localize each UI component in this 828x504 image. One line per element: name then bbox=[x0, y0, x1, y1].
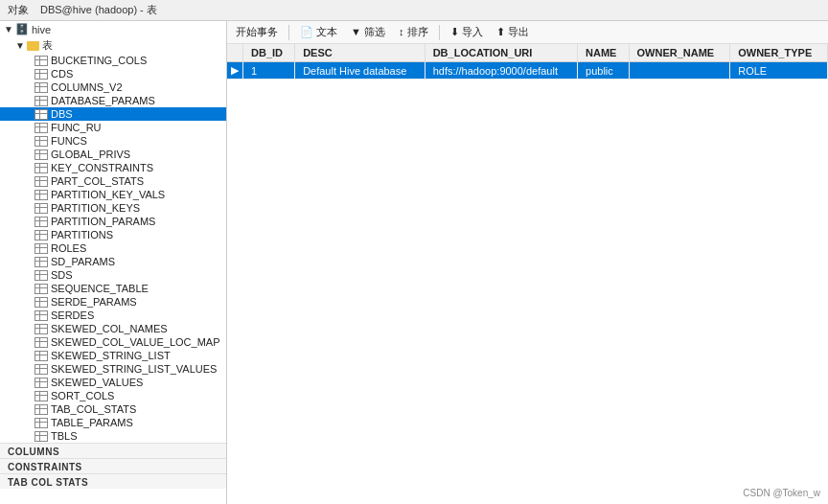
sidebar-table-sequence_table[interactable]: SEQUENCE_TABLE bbox=[0, 282, 226, 295]
toolbar-filter[interactable]: ▼ 筛选 bbox=[346, 24, 390, 40]
sidebar-table-key_constraints[interactable]: KEY_CONSTRAINTS bbox=[0, 161, 226, 174]
sidebar-table-sd_params[interactable]: SD_PARAMS bbox=[0, 255, 226, 268]
table-label: SD_PARAMS bbox=[51, 256, 115, 267]
table-label: GLOBAL_PRIVS bbox=[51, 149, 130, 160]
table-icon bbox=[34, 310, 48, 321]
table-label: CDS bbox=[51, 68, 73, 80]
toolbar-start-transaction[interactable]: 开始事务 bbox=[231, 24, 283, 40]
sidebar-table-tab_col_stats[interactable]: TAB_COL_STATS bbox=[0, 402, 226, 416]
table-list: BUCKETING_COLSCDSCOLUMNS_V2DATABASE_PARA… bbox=[0, 54, 226, 443]
table-label: SKEWED_COL_NAMES bbox=[51, 323, 168, 334]
sidebar-table-tbls[interactable]: TBLS bbox=[0, 429, 226, 443]
sidebar-table-bucketing_cols[interactable]: BUCKETING_COLS bbox=[0, 54, 226, 67]
sidebar-table-global_privs[interactable]: GLOBAL_PRIVS bbox=[0, 148, 226, 161]
table-label: PART_COL_STATS bbox=[51, 175, 144, 187]
tab-col-stats-section-label: TAB COL STATS bbox=[0, 473, 226, 489]
sidebar-root-label: hive bbox=[32, 24, 51, 35]
sidebar-table-sort_cols[interactable]: SORT_COLS bbox=[0, 389, 226, 402]
table-icon bbox=[34, 203, 48, 214]
cell-name: public bbox=[578, 62, 629, 80]
table-icon bbox=[34, 391, 48, 401]
grid-body: ▶1Default Hive databasehdfs://hadoop:900… bbox=[227, 62, 828, 80]
table-icon bbox=[34, 190, 48, 200]
table-label: DATABASE_PARAMS bbox=[51, 95, 155, 106]
sidebar-table-func_ru[interactable]: FUNC_RU bbox=[0, 121, 226, 134]
table-label: SKEWED_COL_VALUE_LOC_MAP bbox=[51, 336, 219, 348]
sidebar-table-sds[interactable]: SDS bbox=[0, 268, 226, 282]
table-icon bbox=[34, 270, 48, 281]
toolbar-import[interactable]: ⬇ 导入 bbox=[446, 24, 488, 40]
table-icon bbox=[34, 56, 48, 66]
toolbar-text[interactable]: 📄 文本 bbox=[295, 24, 342, 40]
sidebar-table-skewed_values[interactable]: SKEWED_VALUES bbox=[0, 376, 226, 389]
cell-desc: Default Hive database bbox=[295, 62, 426, 80]
topbar-label[interactable]: 对象 bbox=[4, 2, 33, 18]
sidebar-table-roles[interactable]: ROLES bbox=[0, 241, 226, 255]
table-label: SKEWED_STRING_LIST bbox=[51, 350, 171, 361]
sidebar-table-cds[interactable]: CDS bbox=[0, 67, 226, 80]
row-indicator: ▶ bbox=[227, 62, 243, 80]
table-label: PARTITION_PARAMS bbox=[51, 216, 155, 227]
cell-db_location_uri: hdfs://hadoop:9000/default bbox=[425, 62, 577, 80]
table-icon bbox=[34, 257, 48, 267]
table-icon bbox=[34, 404, 48, 415]
col-header-name[interactable]: NAME bbox=[578, 44, 629, 62]
sidebar-table-table_params[interactable]: TABLE_PARAMS bbox=[0, 416, 226, 429]
cell-owner_type: ROLE bbox=[730, 62, 828, 80]
toolbar: 开始事务 📄 文本 ▼ 筛选 ↕ 排序 ⬇ 导入 ⬆ 导出 bbox=[227, 21, 828, 44]
folder-icon bbox=[27, 41, 39, 51]
tab-active[interactable]: DBS@hive (hadoop) - 表 bbox=[36, 2, 161, 18]
sidebar-table-columns_v2[interactable]: COLUMNS_V2 bbox=[0, 80, 226, 94]
table-icon bbox=[34, 82, 48, 93]
sidebar-table-skewed_col_value_loc_map[interactable]: SKEWED_COL_VALUE_LOC_MAP bbox=[0, 335, 226, 349]
col-header-owner_type[interactable]: OWNER_TYPE bbox=[730, 44, 828, 62]
table-icon bbox=[34, 364, 48, 375]
table-label: FUNC_RU bbox=[51, 122, 102, 133]
right-panel: 开始事务 📄 文本 ▼ 筛选 ↕ 排序 ⬇ 导入 ⬆ 导出 DB_IDDESCD… bbox=[227, 21, 828, 504]
sidebar-table-partition_params[interactable]: PARTITION_PARAMS bbox=[0, 215, 226, 228]
table-label: COLUMNS_V2 bbox=[51, 81, 123, 93]
cell-owner_name bbox=[629, 62, 730, 80]
table-icon bbox=[34, 96, 48, 106]
table-label: PARTITIONS bbox=[51, 229, 113, 241]
sidebar-table-serdes[interactable]: SERDES bbox=[0, 309, 226, 322]
sidebar-table-skewed_string_list_values[interactable]: SKEWED_STRING_LIST_VALUES bbox=[0, 362, 226, 376]
sidebar-table-part_col_stats[interactable]: PART_COL_STATS bbox=[0, 174, 226, 188]
table-icon bbox=[34, 297, 48, 308]
table-label: SORT_COLS bbox=[51, 390, 114, 401]
sidebar-table-partition_key_vals[interactable]: PARTITION_KEY_VALS bbox=[0, 188, 226, 201]
table-icon bbox=[34, 337, 48, 348]
table-icon bbox=[34, 230, 48, 241]
table-label: TAB_COL_STATS bbox=[51, 403, 136, 415]
col-header-db_location_uri[interactable]: DB_LOCATION_URI bbox=[425, 44, 577, 62]
data-table: DB_IDDESCDB_LOCATION_URINAMEOWNER_NAMEOW… bbox=[227, 44, 828, 80]
sidebar-table-database_params[interactable]: DATABASE_PARAMS bbox=[0, 94, 226, 107]
table-label: FUNCS bbox=[51, 135, 87, 147]
table-icon bbox=[34, 217, 48, 227]
sidebar-hive-root[interactable]: ▼ 🗄️ hive bbox=[0, 21, 226, 36]
table-label: KEY_CONSTRAINTS bbox=[51, 162, 153, 173]
table-icon bbox=[34, 163, 48, 173]
toolbar-sort[interactable]: ↕ 排序 bbox=[394, 24, 433, 40]
sidebar-table-partition_keys[interactable]: PARTITION_KEYS bbox=[0, 201, 226, 215]
table-label: SERDE_PARAMS bbox=[51, 296, 137, 308]
table-row[interactable]: ▶1Default Hive databasehdfs://hadoop:900… bbox=[227, 62, 828, 80]
sidebar-table-dbs[interactable]: DBS bbox=[0, 107, 226, 121]
table-icon bbox=[34, 243, 48, 254]
sidebar-table-funcs[interactable]: FUNCS bbox=[0, 134, 226, 148]
data-grid: DB_IDDESCDB_LOCATION_URINAMEOWNER_NAMEOW… bbox=[227, 44, 828, 504]
table-label: SKEWED_STRING_LIST_VALUES bbox=[51, 363, 217, 375]
table-icon bbox=[34, 431, 48, 442]
toolbar-export[interactable]: ⬆ 导出 bbox=[492, 24, 534, 40]
table-icon bbox=[34, 378, 48, 388]
col-header-db_id[interactable]: DB_ID bbox=[243, 44, 295, 62]
col-header-desc[interactable]: DESC bbox=[295, 44, 426, 62]
table-label: SERDES bbox=[51, 309, 94, 321]
sidebar-table-skewed_col_names[interactable]: SKEWED_COL_NAMES bbox=[0, 322, 226, 335]
sidebar-table-skewed_string_list[interactable]: SKEWED_STRING_LIST bbox=[0, 349, 226, 362]
col-header-owner_name[interactable]: OWNER_NAME bbox=[629, 44, 730, 62]
sidebar: ▼ 🗄️ hive ▼ 表 BUCKETING_COLSCDSCOLUMNS_V… bbox=[0, 21, 227, 504]
sidebar-table-group[interactable]: ▼ 表 bbox=[0, 36, 226, 54]
sidebar-table-serde_params[interactable]: SERDE_PARAMS bbox=[0, 295, 226, 309]
sidebar-table-partitions[interactable]: PARTITIONS bbox=[0, 228, 226, 241]
